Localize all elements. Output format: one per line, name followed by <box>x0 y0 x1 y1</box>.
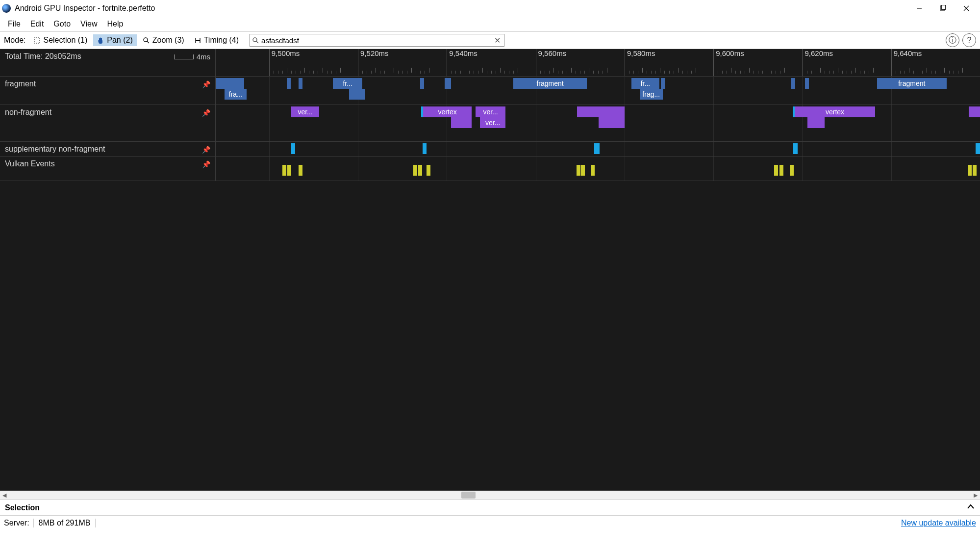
timeline-segment[interactable] <box>282 165 286 176</box>
svg-point-12 <box>253 38 257 42</box>
info-button[interactable]: ⓘ <box>946 33 959 47</box>
timeline-segment[interactable] <box>791 78 795 89</box>
timeline-segment[interactable] <box>577 165 580 176</box>
timeline-segment[interactable] <box>427 165 430 176</box>
track-content[interactable] <box>216 157 980 181</box>
timing-icon <box>194 37 201 44</box>
track-content[interactable] <box>216 142 980 156</box>
menu-view[interactable]: View <box>75 18 102 30</box>
track-row: supplementary non-fragment📌 <box>0 142 980 157</box>
timeline-segment[interactable] <box>451 117 472 128</box>
close-button[interactable] <box>955 1 978 16</box>
help-button[interactable]: ? <box>962 33 976 47</box>
timeline-segment[interactable]: fragment <box>513 78 587 89</box>
menu-file[interactable]: File <box>3 18 25 30</box>
timeline-segment[interactable]: fr... <box>631 78 659 89</box>
track-label: supplementary non-fragment <box>5 145 105 154</box>
track-row: fragment📌fra...fr...fragmentfr...frag...… <box>0 77 980 105</box>
title-bar: Android GPU Inspector - fortnite.perfett… <box>0 0 980 17</box>
hand-icon <box>97 37 104 44</box>
pin-icon[interactable]: 📌 <box>202 109 210 117</box>
timeline-segment[interactable] <box>423 143 427 154</box>
minimize-button[interactable] <box>907 1 931 16</box>
mode-timing-button[interactable]: Timing (4) <box>190 34 243 46</box>
timeline-segment[interactable] <box>591 165 595 176</box>
timeline-ruler: Total Time: 20s052ms 4ms 9,500ms9,520ms9… <box>0 49 980 77</box>
timeline-segment[interactable] <box>805 78 809 89</box>
timeline-segment[interactable] <box>969 106 980 117</box>
scroll-right-button[interactable]: ▶ <box>971 492 980 499</box>
timeline-segment[interactable] <box>968 165 972 176</box>
pin-icon[interactable]: 📌 <box>202 80 210 88</box>
total-time-label: Total Time: 20s052ms <box>5 52 81 61</box>
timeline-segment[interactable] <box>287 78 291 89</box>
track-content[interactable]: ver...vertexver...ver...vertex <box>216 105 980 141</box>
timeline-segment[interactable]: fragment <box>877 78 947 89</box>
timeline-segment[interactable]: vertex <box>423 106 472 117</box>
timeline-segment[interactable] <box>299 78 302 89</box>
mode-pan-label: Pan (2) <box>107 36 132 45</box>
menu-goto[interactable]: Goto <box>49 18 75 30</box>
timeline-segment[interactable]: frag... <box>640 89 663 100</box>
timeline-segment[interactable] <box>299 165 302 176</box>
search-field[interactable]: ✕ <box>250 34 504 47</box>
timeline-segment[interactable] <box>445 78 452 89</box>
scroll-thumb[interactable] <box>461 492 476 499</box>
timeline-segment[interactable] <box>420 78 424 89</box>
timeline-segment[interactable]: ver... <box>480 117 505 128</box>
menu-edit[interactable]: Edit <box>25 18 49 30</box>
search-icon <box>252 37 259 44</box>
timeline-segment[interactable] <box>973 165 977 176</box>
update-available-link[interactable]: New update available <box>901 519 976 527</box>
search-clear-button[interactable]: ✕ <box>493 36 502 45</box>
track-label: Vulkan Events <box>5 159 55 168</box>
timeline-segment[interactable]: ver... <box>291 106 319 117</box>
chevron-up-icon[interactable] <box>966 502 975 513</box>
maximize-button[interactable] <box>931 1 955 16</box>
track-content[interactable]: fra...fr...fragmentfr...frag...fragment <box>216 77 980 105</box>
selection-panel-header[interactable]: Selection <box>0 499 980 516</box>
selection-panel-title: Selection <box>5 503 40 512</box>
timeline-segment[interactable] <box>287 165 291 176</box>
timeline-segment[interactable] <box>413 165 417 176</box>
svg-line-8 <box>147 41 149 43</box>
timeline-segment[interactable] <box>577 106 625 117</box>
scroll-left-button[interactable]: ◀ <box>0 492 9 499</box>
timeline-segment[interactable] <box>790 165 794 176</box>
track-label: non-fragment <box>5 108 51 117</box>
timeline-segment[interactable] <box>661 78 665 89</box>
timeline-segment[interactable] <box>418 165 422 176</box>
timeline-segment[interactable] <box>779 165 783 176</box>
timeline-segment[interactable]: fr... <box>333 78 362 89</box>
timeline-hscrollbar[interactable]: ◀ ▶ <box>0 491 980 499</box>
mode-selection-button[interactable]: Selection (1) <box>29 34 91 46</box>
timeline-segment[interactable] <box>774 165 778 176</box>
timeline-segment[interactable] <box>594 143 600 154</box>
timeline-segment[interactable] <box>581 165 585 176</box>
timeline-segment[interactable] <box>349 89 366 100</box>
svg-point-7 <box>144 38 148 42</box>
timeline-area[interactable]: Total Time: 20s052ms 4ms 9,500ms9,520ms9… <box>0 49 980 491</box>
svg-line-13 <box>256 41 258 43</box>
timeline-segment[interactable] <box>807 117 824 128</box>
timeline-segment[interactable]: vertex <box>795 106 875 117</box>
timeline-segment[interactable] <box>976 143 980 154</box>
menu-help[interactable]: Help <box>102 18 128 30</box>
mode-zoom-button[interactable]: Zoom (3) <box>139 34 188 46</box>
pin-icon[interactable]: 📌 <box>202 160 210 168</box>
window-title: Android GPU Inspector - fortnite.perfett… <box>15 4 155 13</box>
scale-label: 4ms <box>197 53 210 61</box>
timeline-segment[interactable] <box>216 78 244 89</box>
timeline-segment[interactable] <box>291 143 295 154</box>
mode-zoom-label: Zoom (3) <box>152 36 184 45</box>
timeline-segment[interactable]: fra... <box>225 89 247 100</box>
menu-bar: File Edit Goto View Help <box>0 17 980 31</box>
timeline-segment[interactable]: ver... <box>476 106 505 117</box>
timeline-segment[interactable] <box>793 143 798 154</box>
search-input[interactable] <box>261 36 493 45</box>
pin-icon[interactable]: 📌 <box>202 146 210 154</box>
timeline-segment[interactable] <box>599 117 625 128</box>
mode-pan-button[interactable]: Pan (2) <box>93 34 136 46</box>
status-bar: Server: 8MB of 291MB New update availabl… <box>0 516 980 530</box>
svg-rect-6 <box>34 38 40 43</box>
